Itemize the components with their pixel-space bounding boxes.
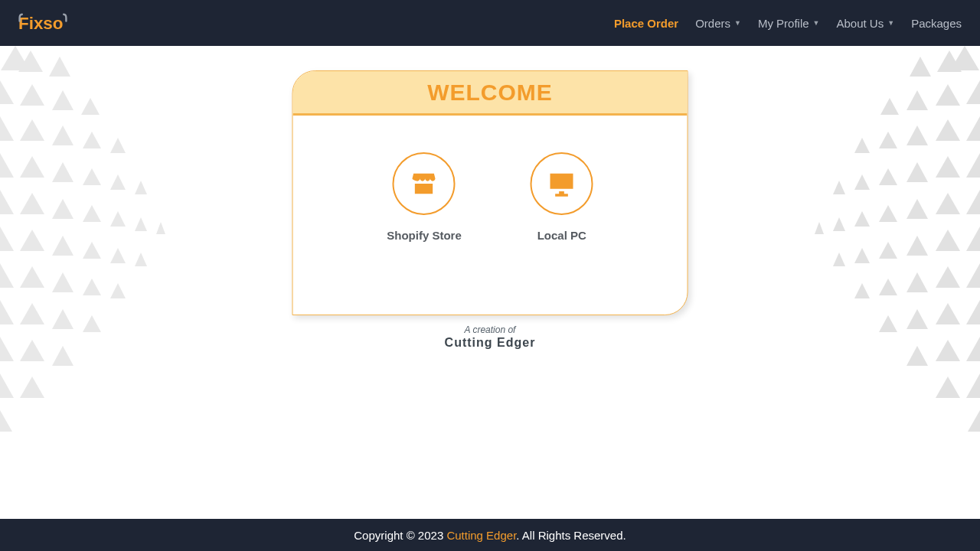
svg-marker-43 bbox=[52, 346, 74, 366]
svg-marker-89 bbox=[906, 346, 928, 366]
svg-marker-73 bbox=[936, 230, 960, 251]
svg-marker-25 bbox=[156, 222, 165, 234]
svg-marker-62 bbox=[879, 168, 897, 185]
svg-marker-70 bbox=[833, 217, 845, 231]
nav-place-order[interactable]: Place Order bbox=[614, 17, 678, 30]
svg-marker-19 bbox=[0, 190, 14, 214]
svg-marker-52 bbox=[906, 90, 928, 110]
chevron-down-icon: ▼ bbox=[813, 19, 820, 27]
option-local-pc[interactable]: Local PC bbox=[531, 152, 593, 242]
svg-marker-80 bbox=[906, 272, 928, 292]
svg-marker-41 bbox=[0, 337, 14, 361]
svg-marker-69 bbox=[854, 211, 870, 227]
nav-my-profile-label: My Profile bbox=[758, 17, 809, 30]
svg-marker-61 bbox=[906, 162, 928, 182]
nav-orders[interactable]: Orders ▼ bbox=[695, 17, 741, 30]
footer: Copyright © 2023 Cutting Edger. All Righ… bbox=[0, 519, 980, 551]
svg-marker-34 bbox=[52, 272, 74, 292]
svg-marker-90 bbox=[966, 373, 980, 398]
nav-packages[interactable]: Packages bbox=[911, 17, 962, 30]
svg-marker-8 bbox=[0, 116, 14, 141]
svg-marker-84 bbox=[936, 303, 960, 324]
svg-marker-5 bbox=[20, 84, 44, 106]
brand-logo[interactable]: Fixso bbox=[18, 11, 92, 35]
svg-marker-60 bbox=[936, 156, 960, 178]
svg-marker-13 bbox=[0, 153, 14, 178]
header: Fixso Place Order Orders ▼ My Profile ▼ … bbox=[0, 0, 980, 46]
svg-marker-6 bbox=[52, 90, 74, 110]
monitor-icon bbox=[531, 152, 593, 215]
card-body: Shopify Store Local PC bbox=[293, 116, 688, 242]
svg-marker-45 bbox=[20, 377, 44, 398]
nav-my-profile[interactable]: My Profile ▼ bbox=[758, 17, 820, 30]
svg-marker-17 bbox=[110, 174, 126, 190]
svg-marker-24 bbox=[135, 217, 147, 231]
svg-marker-88 bbox=[936, 340, 960, 361]
option-shopify-label: Shopify Store bbox=[387, 229, 462, 242]
svg-marker-23 bbox=[110, 211, 126, 227]
card-header: WELCOME bbox=[293, 71, 688, 116]
svg-marker-32 bbox=[0, 263, 14, 288]
svg-marker-92 bbox=[968, 410, 980, 432]
svg-marker-50 bbox=[966, 80, 980, 104]
svg-marker-63 bbox=[854, 174, 870, 190]
svg-marker-22 bbox=[83, 205, 101, 222]
svg-marker-12 bbox=[110, 138, 126, 153]
svg-marker-14 bbox=[20, 156, 44, 178]
svg-marker-15 bbox=[52, 162, 74, 182]
svg-marker-35 bbox=[83, 279, 101, 295]
svg-marker-65 bbox=[966, 190, 980, 214]
svg-marker-27 bbox=[20, 230, 44, 251]
svg-marker-3 bbox=[49, 57, 70, 77]
svg-marker-38 bbox=[20, 303, 44, 324]
background-decor-left bbox=[0, 46, 230, 520]
svg-marker-91 bbox=[936, 377, 960, 398]
svg-text:Fixso: Fixso bbox=[18, 14, 63, 33]
svg-marker-56 bbox=[906, 126, 928, 145]
svg-marker-20 bbox=[20, 193, 44, 214]
store-icon bbox=[393, 152, 456, 215]
svg-marker-58 bbox=[854, 138, 870, 153]
svg-marker-42 bbox=[20, 340, 44, 361]
svg-marker-9 bbox=[20, 119, 44, 141]
svg-marker-30 bbox=[110, 248, 126, 263]
chevron-down-icon: ▼ bbox=[887, 19, 894, 27]
svg-marker-31 bbox=[135, 253, 147, 266]
svg-marker-55 bbox=[936, 119, 960, 141]
main-nav: Place Order Orders ▼ My Profile ▼ About … bbox=[614, 17, 962, 30]
svg-marker-39 bbox=[52, 309, 74, 329]
svg-marker-29 bbox=[83, 242, 101, 259]
svg-marker-33 bbox=[20, 266, 44, 288]
svg-marker-64 bbox=[833, 181, 845, 194]
svg-marker-76 bbox=[854, 248, 870, 263]
credit-brand: Cutting Edger bbox=[445, 336, 536, 350]
svg-marker-16 bbox=[83, 168, 101, 185]
svg-marker-36 bbox=[110, 283, 126, 298]
svg-marker-75 bbox=[879, 242, 897, 259]
nav-about-us[interactable]: About Us ▼ bbox=[837, 17, 895, 30]
nav-about-us-label: About Us bbox=[837, 17, 884, 30]
svg-marker-83 bbox=[966, 300, 980, 324]
svg-marker-85 bbox=[906, 309, 928, 329]
card-title: WELCOME bbox=[427, 80, 553, 106]
svg-marker-46 bbox=[0, 410, 12, 432]
svg-marker-48 bbox=[937, 51, 962, 72]
svg-marker-18 bbox=[135, 181, 147, 194]
svg-marker-74 bbox=[906, 236, 928, 256]
chevron-down-icon: ▼ bbox=[734, 19, 741, 27]
background-decor-right bbox=[750, 46, 980, 520]
svg-marker-28 bbox=[52, 236, 74, 256]
svg-marker-53 bbox=[880, 98, 899, 115]
svg-marker-44 bbox=[0, 373, 14, 398]
svg-marker-49 bbox=[910, 57, 931, 77]
option-shopify-store[interactable]: Shopify Store bbox=[387, 152, 462, 242]
svg-marker-10 bbox=[52, 126, 74, 145]
footer-link[interactable]: Cutting Edger bbox=[446, 529, 516, 542]
svg-marker-4 bbox=[0, 80, 14, 104]
svg-marker-47 bbox=[950, 46, 979, 70]
svg-marker-11 bbox=[83, 132, 101, 148]
svg-marker-77 bbox=[833, 253, 845, 266]
credit-prefix: A creation of bbox=[445, 324, 536, 335]
credit-line: A creation of Cutting Edger bbox=[445, 324, 536, 350]
nav-orders-label: Orders bbox=[695, 17, 730, 30]
